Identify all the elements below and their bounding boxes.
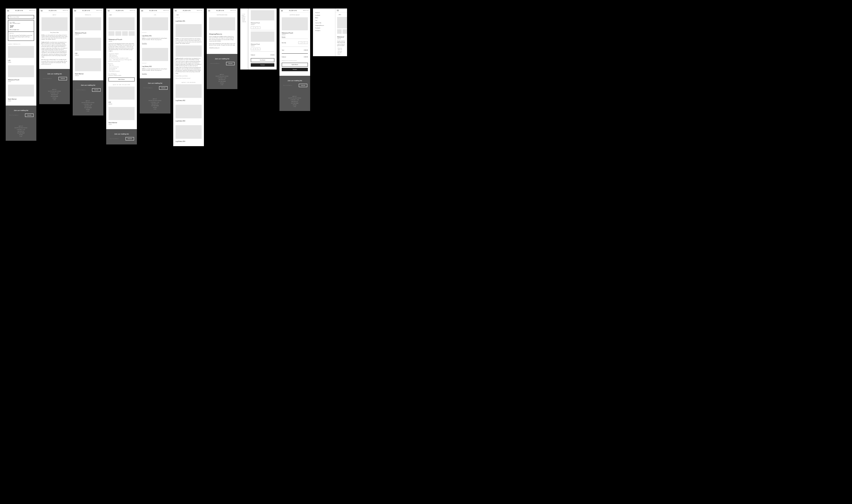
minus-icon[interactable]: - (251, 27, 254, 29)
product-name[interactable]: LJS (8, 59, 34, 61)
brand[interactable]: ALBION (82, 10, 90, 11)
brand[interactable]: ALBION (15, 10, 23, 11)
menu-item[interactable]: Products (315, 11, 333, 14)
menu-item[interactable]: Instagram (315, 29, 333, 32)
product-name[interactable]: Neck Warmer (75, 73, 101, 75)
log-title[interactable]: Log Entery 001 (142, 35, 168, 37)
log-image[interactable] (142, 17, 168, 30)
menu-icon[interactable] (175, 10, 177, 11)
subscribe-button[interactable]: Subscribe (25, 113, 34, 117)
product-image[interactable] (108, 107, 135, 120)
email-input[interactable] (109, 137, 124, 141)
product-image[interactable] (75, 38, 101, 51)
subscribe-button[interactable]: Subscribe (92, 88, 101, 92)
menu-item[interactable]: Facebook (315, 27, 333, 29)
email-input[interactable] (143, 86, 158, 90)
footer-link[interactable]: LOG (73, 110, 103, 112)
menu-item[interactable]: About (315, 16, 333, 19)
brand[interactable]: ALBION (49, 10, 56, 11)
product-name[interactable]: Neck Warmer (8, 98, 34, 100)
product-image[interactable] (75, 17, 101, 30)
view-basket-button[interactable]: View Basket (251, 58, 274, 62)
log-image[interactable] (175, 84, 202, 98)
footer-link[interactable]: LOG (39, 99, 70, 101)
brand[interactable]: ALBION (216, 10, 224, 11)
product-name[interactable]: Neck Warmer (108, 122, 135, 123)
back-link[interactable]: BACK (106, 13, 137, 17)
log-title[interactable]: Log Entery 002 (142, 66, 168, 67)
subscribe-button[interactable]: Subscribe (125, 137, 134, 141)
basket-link[interactable]: BASKET(0) (303, 10, 309, 11)
product-name[interactable]: Waterproof Pouch (8, 79, 34, 80)
search-input[interactable] (10, 16, 32, 18)
menu-icon[interactable] (208, 10, 210, 11)
subscribe-button[interactable]: Subscribe (58, 77, 67, 80)
back-link[interactable]: BACK (173, 13, 204, 17)
footer-link[interactable]: LOG (279, 106, 310, 108)
update-basket-button[interactable]: Update Basket (282, 63, 308, 67)
basket-link[interactable]: BASKET(0) (197, 10, 203, 11)
brand[interactable]: ALBION (289, 10, 297, 11)
brand[interactable]: ALBION (149, 10, 157, 11)
product-image[interactable] (8, 85, 34, 96)
email-input[interactable] (8, 113, 24, 117)
back-link[interactable]: BACK (335, 13, 347, 17)
footer-link[interactable]: LOG (207, 84, 238, 86)
log-image[interactable] (175, 125, 202, 139)
menu-item[interactable]: Lookbook (315, 14, 333, 16)
qty-stepper[interactable]: -1+ (298, 41, 308, 44)
email-input[interactable] (282, 84, 298, 87)
log-image[interactable] (142, 48, 168, 61)
basket-link[interactable]: BASKET(0) (230, 10, 236, 11)
product-name[interactable]: LSJ (75, 53, 101, 54)
menu-item[interactable]: Shipping/Returns (315, 24, 333, 27)
log-image[interactable] (175, 105, 202, 118)
thumbnail[interactable] (337, 29, 342, 34)
email-input[interactable] (75, 88, 91, 92)
plus-icon[interactable]: + (257, 27, 260, 29)
checkout-button[interactable]: Checkout (282, 68, 308, 71)
thumbnail[interactable] (343, 29, 347, 34)
basket-link[interactable]: BASKET(0) (29, 10, 35, 11)
email-input[interactable] (210, 62, 225, 65)
menu-icon[interactable] (41, 10, 42, 11)
product-image[interactable] (8, 46, 34, 58)
product-name[interactable]: LSJ (108, 101, 135, 103)
thumbnail[interactable] (108, 31, 115, 36)
plus-icon[interactable]: + (305, 42, 308, 44)
product-image[interactable] (8, 65, 34, 77)
brand[interactable]: ALBION (116, 10, 124, 11)
footer-link[interactable]: LOG (6, 136, 36, 137)
email-input[interactable] (42, 77, 57, 80)
remove-link[interactable]: Remove (282, 36, 285, 37)
log-title[interactable]: Log Entery 002 (175, 100, 202, 101)
qty-stepper[interactable]: -1+ (251, 48, 260, 50)
menu-item[interactable]: Contact HQ (315, 22, 333, 24)
search-icon[interactable]: ⌕ (32, 16, 33, 18)
plus-icon[interactable]: + (257, 48, 260, 50)
read-more-link[interactable]: Read More (142, 73, 147, 74)
menu-icon[interactable] (74, 10, 76, 11)
menu-icon[interactable] (141, 10, 143, 11)
menu-item[interactable]: Log (315, 19, 333, 22)
basket-link[interactable]: BASKET(0) (63, 10, 68, 11)
thumbnail[interactable] (129, 31, 135, 36)
search-box[interactable]: ⌕ (8, 15, 34, 19)
basket-link[interactable]: BASKET(0) (130, 10, 136, 11)
basket-link[interactable]: BASKET(0) (96, 10, 102, 11)
product-name[interactable]: Waterproof Pouch (75, 32, 101, 34)
menu-icon[interactable] (281, 10, 283, 11)
brand[interactable]: ALBION (182, 10, 191, 11)
thumbnail[interactable] (122, 31, 128, 36)
read-more-link[interactable]: Read More (142, 43, 147, 44)
subscribe-button[interactable]: Subscribe (226, 62, 234, 65)
contact-email[interactable]: info@albioncycling.com (209, 48, 235, 49)
footer-link[interactable]: LOG (140, 108, 170, 110)
product-image[interactable] (75, 58, 101, 71)
menu-icon[interactable] (108, 10, 110, 11)
log-title[interactable]: Log Entery 003 (175, 120, 202, 122)
log-title[interactable]: Log Entery 004 (175, 141, 202, 142)
basket-link[interactable]: BASKET(0) (163, 10, 169, 11)
checkout-button[interactable]: Checkout (251, 63, 274, 67)
subscribe-button[interactable]: Subscribe (159, 86, 168, 90)
